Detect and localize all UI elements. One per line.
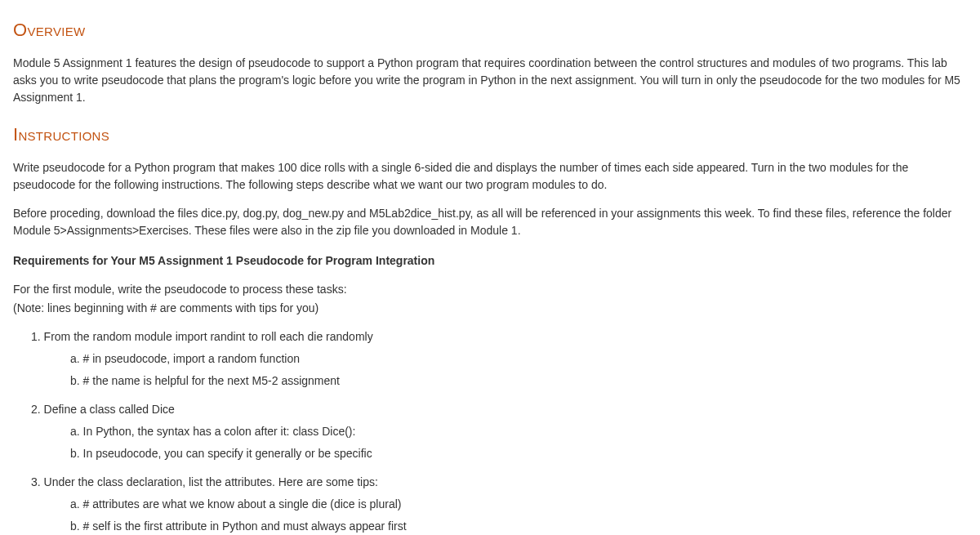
- substep-text: # the name is helpful for the next M5-2 …: [83, 374, 340, 387]
- instructions-heading: Instructions: [13, 121, 967, 148]
- substep-item: b. # self is the first attribute in Pyth…: [70, 518, 967, 535]
- substep-letter: a.: [70, 352, 80, 365]
- substep-text: # attributes are what we know about a si…: [83, 497, 402, 510]
- substep-text: # self is the first attribute in Python …: [83, 519, 407, 533]
- substeps-list: a. # attributes are what we know about a…: [31, 496, 967, 535]
- substep-item: b. In pseudocode, you can specify it gen…: [70, 445, 967, 462]
- overview-heading: Overview: [13, 16, 967, 43]
- substep-item: a. # attributes are what we know about a…: [70, 496, 967, 513]
- requirements-subheading: Requirements for Your M5 Assignment 1 Ps…: [13, 252, 967, 270]
- substep-item: b. # the name is helpful for the next M5…: [70, 372, 967, 390]
- first-module-intro: For the first module, write the pseudoco…: [13, 281, 967, 298]
- step-number: 1.: [31, 330, 41, 343]
- instructions-para1: Write pseudocode for a Python program th…: [13, 159, 967, 194]
- substep-letter: a.: [70, 497, 80, 510]
- steps-list: 1. From the random module import randint…: [13, 328, 967, 535]
- substep-text: In pseudocode, you can specify it genera…: [83, 447, 372, 460]
- step-text: Define a class called Dice: [44, 403, 175, 416]
- step-text: From the random module import randint to…: [44, 330, 373, 343]
- substep-letter: a.: [70, 425, 80, 438]
- substep-letter: b.: [70, 374, 80, 387]
- step-text: Under the class declaration, list the at…: [44, 475, 378, 488]
- instructions-para2: Before proceding, download the files dic…: [13, 205, 967, 239]
- step-item: 2. Define a class called Dice a. In Pyth…: [31, 401, 967, 462]
- substep-item: a. In Python, the syntax has a colon aft…: [70, 423, 967, 440]
- substep-letter: b.: [70, 519, 80, 533]
- step-item: 3. Under the class declaration, list the…: [31, 474, 967, 535]
- substep-letter: b.: [70, 447, 80, 460]
- overview-body: Module 5 Assignment 1 features the desig…: [13, 55, 967, 106]
- substep-item: a. # in pseudocode, import a random func…: [70, 350, 967, 368]
- substeps-list: a. # in pseudocode, import a random func…: [31, 350, 967, 390]
- step-number: 2.: [31, 403, 41, 416]
- substep-text: # in pseudocode, import a random functio…: [83, 352, 300, 365]
- step-number: 3.: [31, 475, 41, 488]
- comment-note: (Note: lines beginning with # are commen…: [13, 300, 967, 317]
- substeps-list: a. In Python, the syntax has a colon aft…: [31, 423, 967, 462]
- substep-text: In Python, the syntax has a colon after …: [83, 425, 356, 438]
- step-item: 1. From the random module import randint…: [31, 328, 967, 390]
